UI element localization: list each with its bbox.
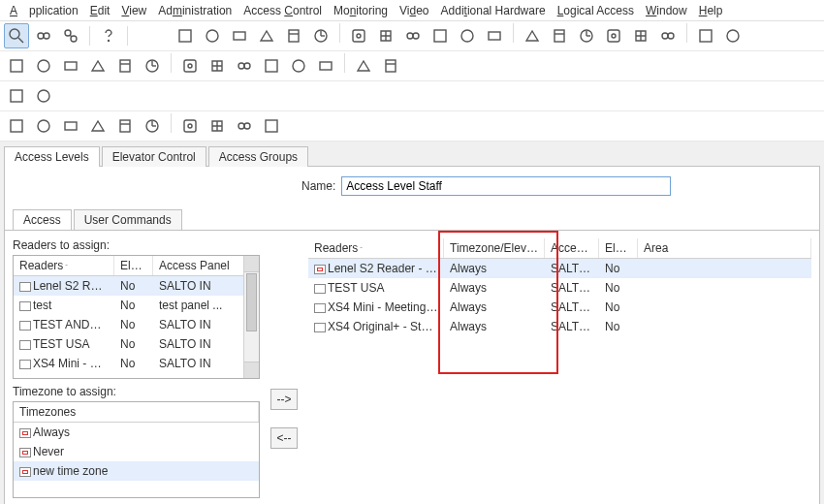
tb1-icon-6[interactable] [346,23,371,48]
tb1-icon-3[interactable] [254,23,279,48]
tb1-icon-8[interactable] [400,23,426,48]
timezone-row[interactable]: Never [14,442,259,461]
tb4-icon-9[interactable] [259,113,284,139]
tb1-icon-9[interactable] [428,23,453,48]
menu-additional-hardware[interactable]: Additional Hardware [435,2,552,19]
col-timezones[interactable]: Timezones [14,402,259,422]
menu-logical-access[interactable]: Logical Access [552,2,640,19]
tb4-icon-6[interactable] [177,113,203,139]
tb1-icon-0[interactable] [173,23,198,48]
svg-point-64 [244,123,250,129]
menu-view[interactable]: View [115,2,152,19]
menu-administration[interactable]: Administration [152,2,238,19]
tb2-icon-2[interactable] [58,53,83,79]
tb1-icon-19[interactable] [720,23,745,48]
tb1-icon-5[interactable] [308,23,333,48]
menu-application[interactable]: Application [4,2,84,19]
tb4-icon-5[interactable] [140,113,165,139]
tb1-icon-7[interactable] [373,23,398,48]
tb1-icon-10[interactable] [455,23,480,48]
tz-to-assign-label: Timezone to assign: [13,385,260,398]
reader-row[interactable]: TEST ANDRESNoSALTO IN [14,315,259,334]
acol-access[interactable]: Access ... [545,238,599,258]
tb1-icon-15[interactable] [601,23,626,48]
assigned-row[interactable]: Lenel S2 Reader - Perim...AlwaysSALTO ..… [308,259,811,278]
subtab-access[interactable]: Access [13,209,72,230]
menu-help[interactable]: Help [693,2,729,19]
assigned-row[interactable]: TEST USAAlwaysSALTO ...No [308,278,811,298]
tb4-icon-1[interactable] [31,113,56,139]
readers-listbox[interactable]: Readersˆ Elev... Access Panel Lenel S2 R… [13,255,260,379]
tb4-icon-8[interactable] [232,113,257,139]
svg-point-33 [727,30,739,42]
tb1-icon-1[interactable] [200,23,225,48]
tab-access-groups[interactable]: Access Groups [208,146,308,167]
tb2-icon-7[interactable] [205,53,230,79]
tb1-icon-18[interactable] [693,23,718,48]
tb1-icon-17[interactable] [655,23,681,48]
tb4-icon-7[interactable] [205,113,230,139]
reader-row[interactable]: XS4 Original+...NoSALTO IN [14,373,259,379]
tb2-icon-8[interactable] [232,53,257,79]
menu-access-control[interactable]: Access Control [238,2,328,19]
tb1-icon-13[interactable] [547,23,572,48]
assigned-row[interactable]: XS4 Mini - Meeting Ro...AlwaysSALTO ...N… [308,298,811,317]
tb3-icon-0[interactable] [4,83,29,109]
tb2-icon-9[interactable] [259,53,284,79]
reader-row[interactable]: Lenel S2 Read...NoSALTO IN [14,276,259,296]
assign-button[interactable]: --> [270,389,298,410]
search-icon[interactable] [4,23,29,48]
name-input[interactable] [341,176,671,196]
tb4-icon-4[interactable] [112,113,138,139]
unassign-button[interactable]: <-- [270,427,298,449]
link-icon[interactable] [31,23,56,48]
reader-row[interactable]: TEST USANoSALTO IN [14,334,259,354]
tb2-icon-10[interactable] [286,53,311,79]
acol-elev[interactable]: Elev... [599,238,638,258]
tb2-icon-6[interactable] [177,53,203,79]
col-readers[interactable]: Readersˆ [14,256,114,275]
assigned-row[interactable]: XS4 Original+ - Staff A...AlwaysSALTO ..… [308,317,811,336]
col-elev[interactable]: Elev... [114,256,153,275]
scrollbar[interactable] [243,256,259,378]
tb2-icon-13[interactable] [378,53,403,79]
timezone-row[interactable]: Always [14,423,259,442]
tb4-icon-3[interactable] [85,113,111,139]
svg-point-52 [38,90,49,102]
tb1-icon-11[interactable] [482,23,507,48]
timezone-listbox[interactable]: Timezones AlwaysNevernew time zone [13,401,260,498]
acol-area[interactable]: Area [638,238,811,258]
tb3-icon-1[interactable] [31,83,56,109]
tab-elevator-control[interactable]: Elevator Control [102,146,206,167]
tb2-icon-0[interactable] [4,53,29,79]
acol-tz[interactable]: Timezone/Elevato... [444,238,545,258]
tb1-icon-2[interactable] [227,23,252,48]
svg-line-1 [18,38,23,43]
tb1-icon-4[interactable] [281,23,306,48]
tb1-icon-14[interactable] [574,23,599,48]
tb1-icon-16[interactable] [628,23,653,48]
svg-rect-61 [184,120,196,132]
link2-icon[interactable] [58,23,83,48]
timezone-row[interactable]: new time zone [14,461,259,481]
tb2-icon-1[interactable] [31,53,56,79]
help-icon[interactable] [96,23,121,48]
menu-edit[interactable]: Edit [84,2,116,19]
tb2-icon-4[interactable] [112,53,138,79]
acol-readers[interactable]: Readersˆ [308,238,444,258]
tab-access-levels[interactable]: Access Levels [4,146,100,167]
menu-monitoring[interactable]: Monitoring [328,2,394,19]
tb2-icon-11[interactable] [313,53,338,79]
tb2-icon-3[interactable] [85,53,111,79]
tb2-icon-5[interactable] [140,53,165,79]
assigned-table[interactable]: Readersˆ Timezone/Elevato... Access ... … [308,238,811,490]
reader-row[interactable]: testNotest panel ... [14,296,259,315]
reader-row[interactable]: XS4 Mini - Me...NoSALTO IN [14,354,259,373]
subtab-user-commands[interactable]: User Commands [74,209,182,230]
tb4-icon-0[interactable] [4,113,29,139]
tb2-icon-12[interactable] [351,53,376,79]
menu-window[interactable]: Window [640,2,693,19]
menu-video[interactable]: Video [394,2,435,19]
tb1-icon-12[interactable] [520,23,545,48]
tb4-icon-2[interactable] [58,113,83,139]
